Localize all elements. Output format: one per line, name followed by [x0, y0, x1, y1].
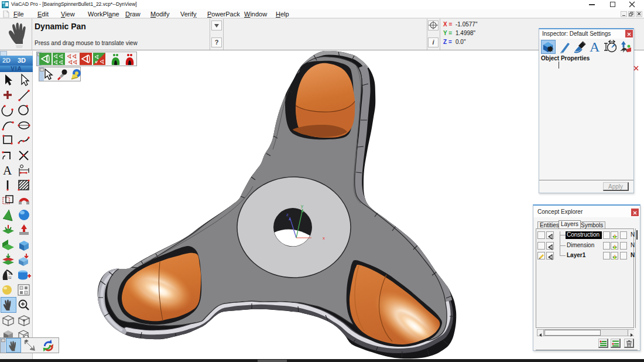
- svg-text:y: y: [301, 203, 303, 209]
- svg-text:01: 01: [9, 272, 12, 275]
- svg-text:02: 02: [8, 276, 12, 279]
- svg-text:A: A: [590, 40, 600, 53]
- svg-text:x: x: [323, 235, 325, 241]
- svg-text:z: z: [286, 212, 289, 217]
- svg-text:A: A: [3, 163, 12, 177]
